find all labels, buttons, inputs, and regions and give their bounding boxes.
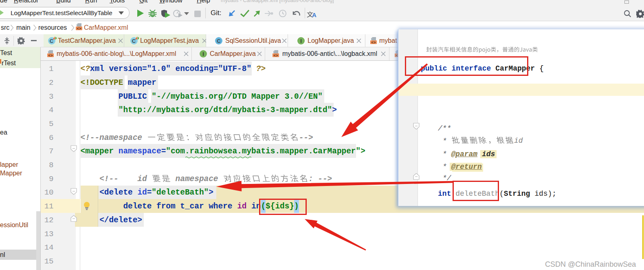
svg-text:I: I [202,51,204,57]
svg-text:C: C [132,38,136,44]
svg-text:<>: <> [274,54,278,58]
svg-text:C: C [217,38,221,44]
svg-text:C: C [50,38,54,44]
svg-text:<>: <> [48,54,53,58]
svg-text:<>: <> [77,27,81,31]
svg-text:<>: <> [371,41,376,45]
svg-text:I: I [300,38,302,44]
